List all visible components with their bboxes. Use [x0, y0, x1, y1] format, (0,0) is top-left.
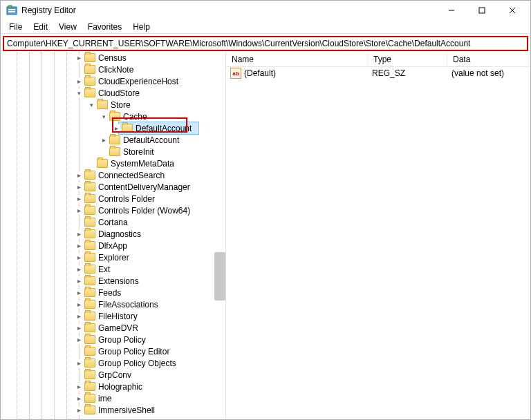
- expand-icon[interactable]: [75, 383, 83, 391]
- address-bar[interactable]: Computer\HKEY_CURRENT_USER\SOFTWARE\Micr…: [3, 36, 528, 51]
- minimize-button[interactable]: [436, 1, 467, 20]
- collapse-icon[interactable]: [75, 89, 83, 97]
- folder-icon: [97, 100, 108, 109]
- tree-item-cache[interactable]: Cache: [1, 111, 225, 122]
- tree-item-gamedvr[interactable]: GameDVR: [1, 322, 225, 334]
- value-list-pane[interactable]: Name Type Data ab (Default) REG_SZ (valu…: [226, 52, 530, 419]
- folder-icon: [84, 194, 95, 203]
- folder-icon: [84, 359, 95, 368]
- expand-icon[interactable]: [112, 124, 120, 133]
- folder-icon: [84, 241, 95, 250]
- folder-icon: [84, 171, 95, 180]
- menu-file[interactable]: File: [3, 21, 28, 32]
- folder-icon: [97, 159, 108, 168]
- expand-icon[interactable]: [75, 230, 83, 238]
- folder-icon: [84, 370, 95, 379]
- expand-icon[interactable]: [75, 277, 83, 285]
- close-button[interactable]: [497, 1, 528, 20]
- tree-item-group-policy[interactable]: Group Policy: [1, 334, 225, 345]
- string-value-icon: ab: [230, 68, 241, 79]
- folder-icon: [84, 288, 95, 297]
- col-header-name[interactable]: Name: [226, 52, 368, 66]
- folder-icon: [84, 312, 95, 321]
- expand-icon[interactable]: [75, 289, 83, 297]
- tree-item-cortana[interactable]: Cortana: [1, 216, 225, 228]
- expand-icon[interactable]: [75, 77, 83, 86]
- expand-icon[interactable]: [75, 324, 83, 332]
- tree-item-group-policy-objects[interactable]: Group Policy Objects: [1, 357, 225, 369]
- tree-item-defaultaccount[interactable]: DefaultAccount: [1, 134, 225, 146]
- window-title: Registry Editor: [21, 6, 76, 15]
- tree-item-connectedsearch[interactable]: ConnectedSearch: [1, 169, 225, 181]
- svg-rect-2: [8, 9, 15, 10]
- menu-edit[interactable]: Edit: [28, 21, 53, 32]
- expand-icon[interactable]: [75, 207, 83, 215]
- value-row-default[interactable]: ab (Default) REG_SZ (value not set): [226, 67, 530, 79]
- expand-icon[interactable]: [75, 406, 83, 414]
- col-header-type[interactable]: Type: [368, 52, 447, 66]
- tree-item-holographic[interactable]: Holographic: [1, 381, 225, 392]
- tree-item-defaultaccount-selected[interactable]: DefaultAccount: [1, 122, 225, 134]
- tree-item-storeinit[interactable]: StoreInit: [1, 146, 225, 158]
- tree-item-controls-folder-wow64[interactable]: Controls Folder (Wow64): [1, 204, 225, 216]
- expand-icon[interactable]: [75, 254, 83, 262]
- tree-item-contentdeliverymanager[interactable]: ContentDeliveryManager: [1, 181, 225, 193]
- tree-item-dlfxapp[interactable]: DlfxApp: [1, 240, 225, 251]
- menu-view[interactable]: View: [53, 21, 82, 32]
- collapse-icon[interactable]: [100, 113, 108, 121]
- expand-icon[interactable]: [75, 242, 83, 250]
- expand-icon[interactable]: [75, 54, 83, 62]
- tree-item-ext[interactable]: Ext: [1, 263, 225, 275]
- svg-rect-1: [8, 6, 12, 8]
- regedit-icon: [6, 5, 17, 16]
- folder-icon: [84, 77, 95, 86]
- tree-item-group-policy-editor[interactable]: Group Policy Editor: [1, 345, 225, 357]
- folder-icon: [84, 206, 95, 215]
- expand-icon[interactable]: [75, 300, 83, 309]
- expand-icon[interactable]: [75, 195, 83, 203]
- folder-icon: [109, 147, 120, 156]
- tree-scrollbar-thumb[interactable]: [214, 252, 225, 300]
- folder-icon: [84, 265, 95, 274]
- folder-icon: [84, 382, 95, 391]
- expand-icon[interactable]: [100, 136, 108, 144]
- tree-pane[interactable]: Census ClickNote CloudExperienceHost Clo…: [1, 52, 226, 419]
- tree-item-ime[interactable]: ime: [1, 392, 225, 404]
- tree-item-grpconv[interactable]: GrpConv: [1, 369, 225, 381]
- folder-icon: [84, 347, 95, 356]
- titlebar: Registry Editor: [1, 1, 530, 20]
- folder-icon: [84, 405, 95, 414]
- menu-favorites[interactable]: Favorites: [82, 21, 127, 32]
- expand-icon[interactable]: [75, 171, 83, 180]
- expand-icon[interactable]: [75, 265, 83, 274]
- tree-item-census[interactable]: Census: [1, 52, 225, 64]
- maximize-button[interactable]: [467, 1, 497, 20]
- expand-icon[interactable]: [75, 394, 83, 403]
- address-text: Computer\HKEY_CURRENT_USER\SOFTWARE\Micr…: [7, 39, 470, 48]
- expand-icon[interactable]: [75, 359, 83, 368]
- tree-item-fileassociations[interactable]: FileAssociations: [1, 298, 225, 310]
- folder-icon: [109, 135, 120, 144]
- tree-item-controls-folder[interactable]: Controls Folder: [1, 193, 225, 204]
- folder-icon: [84, 88, 95, 97]
- folder-icon: [109, 112, 120, 121]
- tree-item-store[interactable]: Store: [1, 99, 225, 111]
- folder-icon: [84, 394, 95, 403]
- tree-item-feeds[interactable]: Feeds: [1, 287, 225, 298]
- expand-icon[interactable]: [75, 336, 83, 344]
- expand-icon[interactable]: [75, 183, 83, 191]
- tree-item-immersiveshell[interactable]: ImmersiveShell: [1, 404, 225, 416]
- tree-item-systemmetadata[interactable]: SystemMetaData: [1, 158, 225, 169]
- expand-icon[interactable]: [75, 312, 83, 321]
- tree-item-explorer[interactable]: Explorer: [1, 251, 225, 263]
- collapse-icon[interactable]: [87, 101, 95, 109]
- tree-item-extensions[interactable]: Extensions: [1, 275, 225, 287]
- tree-item-clicknote[interactable]: ClickNote: [1, 64, 225, 75]
- tree-item-cloudstore[interactable]: CloudStore: [1, 87, 225, 99]
- col-header-data[interactable]: Data: [447, 52, 530, 66]
- tree-item-cloudexperiencehost[interactable]: CloudExperienceHost: [1, 75, 225, 87]
- tree-item-diagnostics[interactable]: Diagnostics: [1, 228, 225, 240]
- tree-item-filehistory[interactable]: FileHistory: [1, 310, 225, 322]
- svg-rect-5: [479, 8, 485, 13]
- menu-help[interactable]: Help: [127, 21, 156, 32]
